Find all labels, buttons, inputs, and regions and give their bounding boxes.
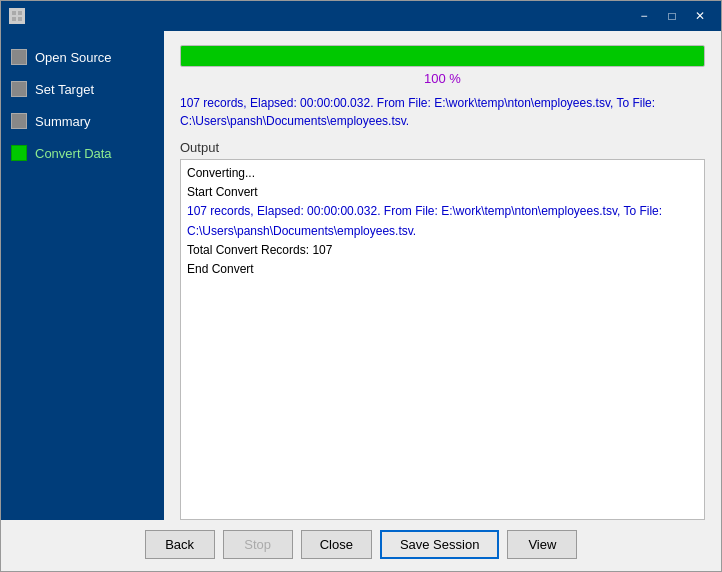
sidebar-item-open-source[interactable]: Open Source	[1, 41, 164, 73]
close-button[interactable]: ✕	[687, 6, 713, 26]
main-panel: 100 % 107 records, Elapsed: 00:00:00.032…	[164, 31, 721, 520]
back-button[interactable]: Back	[145, 530, 215, 559]
app-icon	[9, 8, 25, 24]
sidebar: Open Source Set Target Summary Convert D…	[1, 31, 164, 520]
set-target-label: Set Target	[35, 82, 94, 97]
output-line: 107 records, Elapsed: 00:00:00.032. From…	[187, 202, 698, 240]
summary-icon	[11, 113, 27, 129]
stop-button[interactable]: Stop	[223, 530, 293, 559]
set-target-icon	[11, 81, 27, 97]
close-button-footer[interactable]: Close	[301, 530, 372, 559]
output-line: End Convert	[187, 260, 698, 279]
title-buttons: − □ ✕	[631, 6, 713, 26]
progress-bar-container	[180, 45, 705, 67]
svg-rect-1	[18, 11, 22, 15]
minimize-button[interactable]: −	[631, 6, 657, 26]
convert-data-label: Convert Data	[35, 146, 112, 161]
view-button[interactable]: View	[507, 530, 577, 559]
output-section: Output Converting...Start Convert107 rec…	[180, 140, 705, 520]
sidebar-item-convert-data[interactable]: Convert Data	[1, 137, 164, 169]
summary-label: Summary	[35, 114, 91, 129]
title-bar: − □ ✕	[1, 1, 721, 31]
progress-section: 100 % 107 records, Elapsed: 00:00:00.032…	[180, 45, 705, 130]
progress-percent: 100 %	[180, 71, 705, 86]
open-source-label: Open Source	[35, 50, 112, 65]
progress-bar-fill	[181, 46, 704, 66]
output-line: Converting...	[187, 164, 698, 183]
output-label: Output	[180, 140, 705, 155]
content-area: Open Source Set Target Summary Convert D…	[1, 31, 721, 520]
footer: Back Stop Close Save Session View	[1, 520, 721, 571]
svg-rect-0	[12, 11, 16, 15]
sidebar-item-summary[interactable]: Summary	[1, 105, 164, 137]
svg-rect-2	[12, 17, 16, 21]
convert-data-icon	[11, 145, 27, 161]
maximize-button[interactable]: □	[659, 6, 685, 26]
svg-rect-3	[18, 17, 22, 21]
output-line: Start Convert	[187, 183, 698, 202]
output-line: Total Convert Records: 107	[187, 241, 698, 260]
title-bar-left	[9, 8, 25, 24]
save-session-button[interactable]: Save Session	[380, 530, 500, 559]
open-source-icon	[11, 49, 27, 65]
sidebar-item-set-target[interactable]: Set Target	[1, 73, 164, 105]
status-text: 107 records, Elapsed: 00:00:00.032. From…	[180, 94, 705, 130]
output-box[interactable]: Converting...Start Convert107 records, E…	[180, 159, 705, 520]
main-window: − □ ✕ Open Source Set Target Summary Con…	[0, 0, 722, 572]
